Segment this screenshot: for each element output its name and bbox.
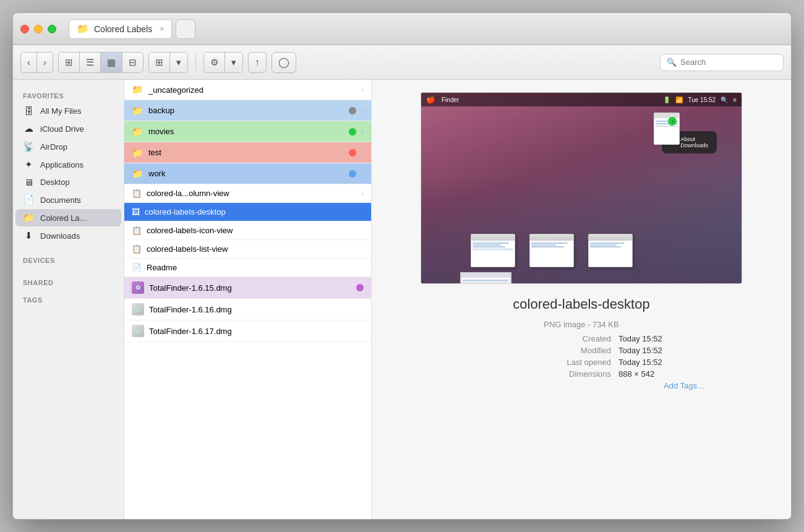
file-item-movies[interactable]: 📁 movies ›: [124, 121, 371, 142]
file-name-desktop: colored-labels-desktop: [145, 207, 364, 217]
sidebar-item-airdrop[interactable]: 📡 AirDrop: [15, 138, 121, 155]
search-menubar-icon: 🔍: [721, 97, 728, 103]
settings-dropdown-button[interactable]: ▾: [225, 53, 242, 72]
maximize-button[interactable]: [48, 25, 56, 33]
file-item-colored-labels-list[interactable]: 📋 colored-labels-list-view: [124, 240, 371, 259]
menubar-right: 🔋 📶 Tue 15:52 🔍 ≡: [663, 97, 737, 103]
preview-panel: 🍎 Finder 🔋 📶 Tue 15:52 🔍 ≡: [372, 80, 791, 519]
preview-file-type: PNG image - 734 KB: [544, 320, 618, 329]
applications-icon: ✦: [23, 159, 34, 170]
file-name-movies: movies: [148, 127, 344, 136]
file-name-tf1617: TotalFinder-1.6.17.dmg: [149, 327, 364, 336]
file-list: 📁 _uncategorized › 📁 backup › 📁 movies ›…: [124, 80, 372, 519]
lt-img-n: [461, 272, 510, 283]
popup-text: AboutDownloads: [680, 136, 708, 148]
sidebar-item-documents[interactable]: 📄 Documents: [15, 191, 121, 208]
file-item-tf1615[interactable]: 💿 TotalFinder-1.6.15.dmg: [124, 277, 371, 299]
separator-1: [195, 54, 196, 71]
sidebar-item-desktop[interactable]: 🖥 Desktop: [15, 174, 121, 191]
toolbar: ‹ › ⊞ ☰ ▦ ⊟ ⊞ ▾ ⚙ ▾ ↑ ◯ 🔍: [13, 45, 791, 80]
file-item-colored-labels-icon[interactable]: 📋 colored-labels-icon-view: [124, 221, 371, 240]
desktop-icon-sidebar: 🖥: [23, 177, 34, 187]
file-item-tf1617[interactable]: 💿 TotalFinder-1.6.17.dmg: [124, 320, 371, 342]
file-name-backup: backup: [148, 106, 344, 115]
dmg-icon-1615: 💿: [132, 281, 144, 294]
arrange-button-group: ⊞ ▾: [148, 52, 188, 73]
sidebar-item-label-colored-la: Colored La…: [40, 213, 88, 223]
meta-row-modified: Modified Today 15:52: [458, 346, 705, 355]
tab-area: 📁 Colored Labels ×: [69, 19, 784, 39]
arrange-button[interactable]: ⊞: [149, 53, 170, 72]
view-cover-button[interactable]: ⊟: [122, 53, 143, 72]
main-content: Favorites 🗄 All My Files ☁ iCloud Drive …: [13, 80, 791, 519]
preview-image-container: 🍎 Finder 🔋 📶 Tue 15:52 🔍 ≡: [421, 92, 742, 284]
sidebar-item-colored-la[interactable]: 📁 Colored La…: [15, 209, 121, 226]
arrange-dropdown-button[interactable]: ▾: [170, 53, 187, 72]
back-button[interactable]: ‹: [21, 53, 37, 72]
new-tab-button[interactable]: [176, 19, 195, 39]
documents-icon: 📄: [23, 194, 34, 205]
file-item-backup[interactable]: 📁 backup ›: [124, 100, 371, 121]
sidebar-item-applications[interactable]: ✦ Applications: [15, 156, 121, 173]
tab-folder-icon: 📁: [77, 23, 89, 35]
settings-button[interactable]: ⚙: [204, 53, 225, 72]
folder-icon-backup: 📁: [132, 105, 143, 116]
chevron-icon-uncategorized: ›: [361, 86, 364, 93]
dimensions-label: Dimensions: [537, 369, 611, 379]
minimize-button[interactable]: [34, 25, 43, 33]
tab-close-icon[interactable]: ×: [160, 25, 164, 33]
sidebar-item-label-airdrop: AirDrop: [40, 142, 67, 152]
folder-icon-work: 📁: [132, 168, 143, 179]
active-tab[interactable]: 📁 Colored Labels ×: [69, 19, 172, 39]
labeled-thumb-n: colored-labels-...n-view: [458, 272, 513, 283]
search-input[interactable]: [680, 58, 777, 67]
file-item-colored-labels-desktop[interactable]: 🖼 colored-labels-desktop: [124, 203, 371, 221]
chevron-icon-col: ›: [361, 190, 364, 197]
sidebar-item-downloads[interactable]: ⬇ Downloads: [15, 227, 121, 244]
shared-label: Shared: [13, 274, 124, 289]
forward-button[interactable]: ›: [37, 53, 53, 72]
view-icons-button[interactable]: ⊞: [59, 53, 80, 72]
file-name-tf1616: TotalFinder-1.6.16.dmg: [149, 305, 364, 314]
preview-desktop-image: 🍎 Finder 🔋 📶 Tue 15:52 🔍 ≡: [421, 93, 742, 283]
close-button[interactable]: [20, 25, 29, 33]
sidebar-item-all-my-files[interactable]: 🗄 All My Files: [15, 103, 121, 119]
sidebar-item-icloud-drive[interactable]: ☁ iCloud Drive: [15, 120, 121, 137]
meta-row-created: Created Today 15:52: [458, 334, 705, 343]
view-list-button[interactable]: ☰: [80, 53, 101, 72]
preview-meta: Created Today 15:52 Modified Today 15:52…: [458, 334, 705, 393]
file-name-list-view: colored-labels-list-view: [147, 244, 364, 254]
title-bar: 📁 Colored Labels ×: [13, 13, 791, 45]
file-icon-readme: 📄: [132, 263, 142, 272]
downloads-icon: ⬇: [23, 230, 34, 241]
file-item-uncategorized[interactable]: 📁 _uncategorized ›: [124, 80, 371, 100]
sidebar-item-label-downloads: Downloads: [40, 231, 80, 241]
all-my-files-icon: 🗄: [23, 106, 34, 116]
icloud-drive-icon: ☁: [23, 123, 34, 134]
file-item-colored-la-column[interactable]: 📋 colored-la...olumn-view ›: [124, 184, 371, 203]
devices-label: Devices: [13, 252, 124, 267]
list-menubar-icon: ≡: [733, 97, 737, 103]
file-item-readme[interactable]: 📄 Readme: [124, 259, 371, 277]
chevron-icon-backup: ›: [361, 107, 364, 114]
add-tags-link[interactable]: Add Tags…: [664, 381, 705, 390]
file-name-icon-view: colored-labels-icon-view: [147, 226, 364, 235]
tag-button[interactable]: ◯: [272, 52, 296, 73]
settings-button-group: ⚙ ▾: [203, 52, 243, 73]
file-item-test[interactable]: 📁 test ›: [124, 142, 371, 163]
file-item-work[interactable]: 📁 work ›: [124, 163, 371, 184]
file-item-tf1616[interactable]: 💿 TotalFinder-1.6.16.dmg: [124, 299, 371, 320]
folder-icon-movies: 📁: [132, 126, 143, 137]
search-bar: 🔍: [660, 54, 784, 71]
sidebar-item-label-icloud-drive: iCloud Drive: [40, 124, 84, 134]
file-icon-colored-la-column: 📋: [132, 189, 142, 198]
created-value: Today 15:52: [618, 334, 705, 343]
file-name-readme: Readme: [147, 263, 364, 272]
colored-la-icon: 📁: [23, 212, 34, 223]
sidebar-item-label-documents: Documents: [40, 195, 81, 205]
sidebar-item-label-desktop: Desktop: [40, 178, 70, 187]
sidebar-item-label-applications: Applications: [40, 160, 83, 169]
share-button[interactable]: ↑: [248, 52, 267, 73]
view-columns-button[interactable]: ▦: [101, 53, 122, 72]
dimensions-value: 888 × 542: [618, 369, 705, 379]
